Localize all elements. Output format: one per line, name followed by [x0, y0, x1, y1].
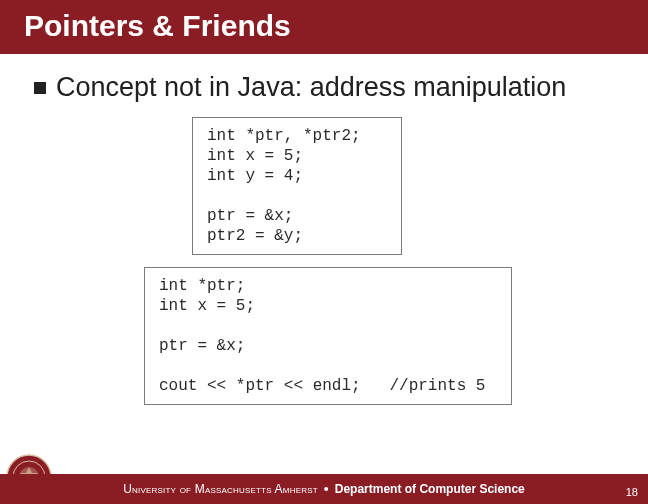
page-number: 18: [626, 486, 638, 498]
title-bar: Pointers & Friends: [0, 0, 648, 54]
footer-bar: University of Massachusetts Amherst • De…: [0, 474, 648, 504]
bullet-text: Concept not in Java: address manipulatio…: [56, 72, 566, 103]
footer-separator-icon: •: [324, 482, 329, 496]
slide-content: Concept not in Java: address manipulatio…: [0, 54, 648, 437]
footer-university: University of Massachusetts Amherst: [123, 482, 318, 496]
bullet-icon: [34, 82, 46, 94]
code-area: int *ptr, *ptr2; int x = 5; int y = 4; p…: [34, 117, 614, 437]
bullet-item: Concept not in Java: address manipulatio…: [34, 72, 614, 103]
code-box-declarations: int *ptr, *ptr2; int x = 5; int y = 4; p…: [192, 117, 402, 255]
slide-title: Pointers & Friends: [24, 9, 291, 43]
code-box-cout: int *ptr; int x = 5; ptr = &x; cout << *…: [144, 267, 512, 405]
footer-department: Department of Computer Science: [335, 482, 525, 496]
